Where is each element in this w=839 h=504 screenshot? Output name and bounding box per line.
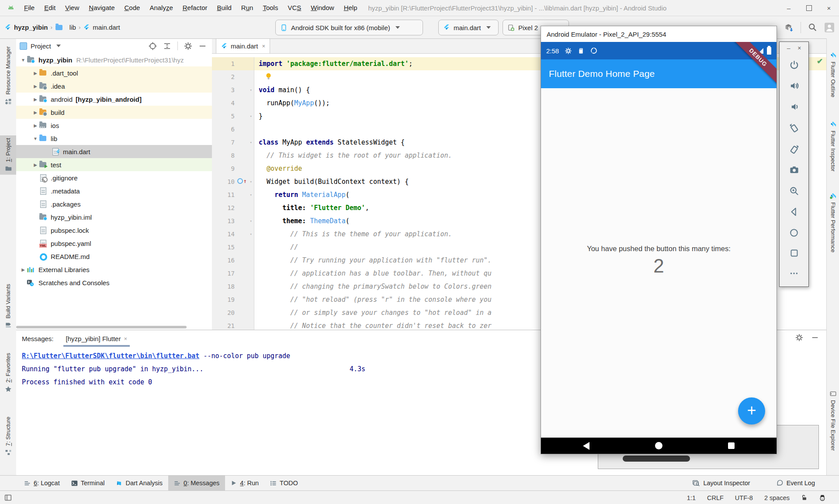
tree-item--metadata[interactable]: .metadata bbox=[16, 184, 212, 197]
bottom-tab-terminal[interactable]: Terminal bbox=[66, 476, 111, 490]
menu-analyze[interactable]: Analyze bbox=[145, 0, 177, 16]
menu-navigate[interactable]: Navigate bbox=[84, 0, 119, 16]
tree-closed-arrow-icon[interactable]: ▶ bbox=[32, 71, 39, 76]
menu-refactor[interactable]: Refactor bbox=[178, 0, 212, 16]
menu-help[interactable]: Help bbox=[339, 0, 362, 16]
tree-item-scratches-and-consoles[interactable]: Scratches and Consoles bbox=[16, 276, 212, 289]
emulator-overview-button[interactable] bbox=[790, 249, 799, 258]
menu-build[interactable]: Build bbox=[212, 0, 236, 16]
tree-item-test[interactable]: ▶test bbox=[16, 158, 212, 171]
tree-item-hyzp-yibin-iml[interactable]: hyzp_yibin.iml bbox=[16, 211, 212, 224]
emulator-minimize-icon[interactable]: – bbox=[787, 45, 790, 52]
bottom-tab-0-messages[interactable]: 0: Messages bbox=[168, 476, 225, 490]
minimize-window-icon[interactable]: – bbox=[779, 0, 799, 16]
emulator-back-button[interactable] bbox=[789, 207, 799, 217]
menu-run[interactable]: Run bbox=[236, 0, 258, 16]
close-tab-icon[interactable]: × bbox=[262, 43, 266, 49]
intention-bulb-icon[interactable] bbox=[265, 72, 272, 80]
breadcrumb-project[interactable]: hyzp_yibin bbox=[14, 24, 48, 31]
tree-item-build[interactable]: ▶build bbox=[16, 106, 212, 119]
implements-arrow-icon[interactable]: ↑ bbox=[243, 179, 247, 183]
restore-window-icon[interactable] bbox=[799, 0, 819, 16]
status-crlf[interactable]: CRLF bbox=[707, 494, 724, 501]
tree-item--idea[interactable]: ▶.idea bbox=[16, 79, 212, 93]
tool-tab-build-variants[interactable]: Build Variants bbox=[0, 281, 16, 331]
collapse-all-icon[interactable] bbox=[163, 42, 171, 50]
nav-home-icon[interactable] bbox=[655, 442, 662, 449]
lock-open-icon[interactable] bbox=[801, 494, 808, 501]
tree-item-readme-md[interactable]: README.md bbox=[16, 250, 212, 263]
bottom-tab-dart-analysis[interactable]: Dart Analysis bbox=[110, 476, 168, 490]
close-window-icon[interactable]: × bbox=[819, 0, 839, 16]
override-marker-icon[interactable] bbox=[237, 178, 243, 184]
tree-item-main-dart[interactable]: main.dart bbox=[16, 145, 212, 158]
tool-tab-flutter-inspector[interactable]: Flutter Inspector bbox=[827, 118, 839, 174]
tree-item-android[interactable]: ▶android[hyzp_yibin_android] bbox=[16, 93, 212, 106]
tool-tab-flutter-performance[interactable]: Flutter Performance bbox=[827, 190, 839, 255]
emulator-rotate-left-button[interactable] bbox=[789, 123, 799, 133]
settings-gear-icon[interactable] bbox=[184, 42, 192, 50]
emulator-camera-button[interactable] bbox=[789, 165, 799, 175]
breadcrumb-lib[interactable]: lib bbox=[69, 24, 76, 31]
tree-item-external-libraries[interactable]: ▶External Libraries bbox=[16, 263, 212, 276]
tool-tab-device-file-explorer[interactable]: Device File Explorer bbox=[827, 388, 839, 453]
console-link[interactable]: R:\Flutter\FlutterSDK\flutter\bin\flutte… bbox=[22, 352, 199, 360]
emulator-more-button[interactable] bbox=[789, 269, 799, 278]
tree-closed-arrow-icon[interactable]: ▶ bbox=[20, 267, 27, 272]
status-utf-8[interactable]: UTF-8 bbox=[735, 494, 753, 501]
hide-panel-icon[interactable] bbox=[198, 42, 207, 50]
tree-item-pubspec-yaml[interactable]: YMLpubspec.yaml bbox=[16, 237, 212, 250]
fold-marker-icon[interactable]: ▾ bbox=[250, 180, 252, 184]
toolwindow-toggle-icon[interactable] bbox=[4, 494, 12, 501]
fold-marker-icon[interactable]: ▾ bbox=[250, 88, 252, 92]
emulator-close-icon[interactable]: × bbox=[797, 45, 801, 52]
emulator-rotate-right-button[interactable] bbox=[789, 144, 799, 154]
menu-vcs[interactable]: VCS bbox=[283, 0, 306, 16]
tree-closed-arrow-icon[interactable]: ▶ bbox=[32, 84, 39, 89]
increment-fab-button[interactable]: + bbox=[738, 397, 765, 425]
tree-open-arrow-icon[interactable]: ▼ bbox=[20, 58, 27, 62]
project-view-title[interactable]: Project bbox=[31, 42, 51, 50]
tree-closed-arrow-icon[interactable]: ▶ bbox=[32, 110, 39, 115]
fold-marker-icon[interactable]: ▾ bbox=[250, 114, 252, 118]
bottom-tab-event-log[interactable]: Event Log bbox=[771, 476, 821, 490]
menu-tools[interactable]: Tools bbox=[258, 0, 283, 16]
close-tab-icon[interactable]: × bbox=[124, 335, 127, 342]
fold-marker-icon[interactable]: ▾ bbox=[250, 232, 252, 236]
breadcrumb-file[interactable]: main.dart bbox=[93, 24, 120, 31]
tool-tab-resource-manager[interactable]: Resource Manager bbox=[0, 44, 16, 107]
tree-item--gitignore[interactable]: .gitignore bbox=[16, 171, 212, 184]
messages-flutter-tab[interactable]: [hyzp_yibin] Flutter × bbox=[63, 330, 130, 347]
bottom-tab-layout-inspector[interactable]: Layout Inspector bbox=[687, 476, 756, 490]
chevron-down-icon[interactable] bbox=[56, 45, 61, 47]
tree-open-arrow-icon[interactable]: ▼ bbox=[32, 136, 39, 141]
emulator-volume-down-button[interactable] bbox=[789, 102, 799, 112]
search-icon[interactable] bbox=[808, 23, 817, 32]
bottom-tab-todo[interactable]: TODO bbox=[264, 476, 304, 490]
run-config-dropdown[interactable]: main.dart bbox=[438, 20, 499, 35]
menu-edit[interactable]: Edit bbox=[39, 0, 60, 16]
status-1-1[interactable]: 1:1 bbox=[687, 494, 696, 501]
status-2-spaces[interactable]: 2 spaces bbox=[764, 494, 790, 501]
menu-code[interactable]: Code bbox=[120, 0, 145, 16]
tree-closed-arrow-icon[interactable]: ▶ bbox=[32, 97, 39, 102]
tool-tab-1-project[interactable]: 1: Project bbox=[0, 135, 16, 175]
tree-closed-arrow-icon[interactable]: ▶ bbox=[32, 123, 39, 128]
menu-view[interactable]: View bbox=[60, 0, 84, 16]
tree-item-hyzp-yibin[interactable]: ▼hyzp_yibinR:\FlutterProject\FlutterProj… bbox=[16, 53, 212, 66]
nav-overview-icon[interactable] bbox=[728, 442, 735, 449]
hide-panel-icon[interactable] bbox=[811, 334, 819, 342]
menu-window[interactable]: Window bbox=[306, 0, 339, 16]
emulator-title-bar[interactable]: Android Emulator - Pixel_2_API_29:5554 bbox=[541, 26, 777, 42]
settings-gear-icon[interactable] bbox=[795, 334, 803, 342]
fold-marker-icon[interactable]: ▾ bbox=[250, 140, 252, 145]
hector-icon[interactable] bbox=[819, 494, 826, 501]
tree-item--packages[interactable]: .packages bbox=[16, 197, 212, 211]
emulator-home-button[interactable] bbox=[789, 228, 799, 238]
nav-back-icon[interactable] bbox=[583, 442, 589, 450]
locate-file-icon[interactable] bbox=[149, 42, 157, 50]
menu-file[interactable]: File bbox=[19, 0, 39, 16]
emulator-volume-up-button[interactable] bbox=[789, 81, 799, 91]
fold-marker-icon[interactable]: ▾ bbox=[250, 219, 252, 223]
tree-item--dart-tool[interactable]: ▶.dart_tool bbox=[16, 66, 212, 79]
